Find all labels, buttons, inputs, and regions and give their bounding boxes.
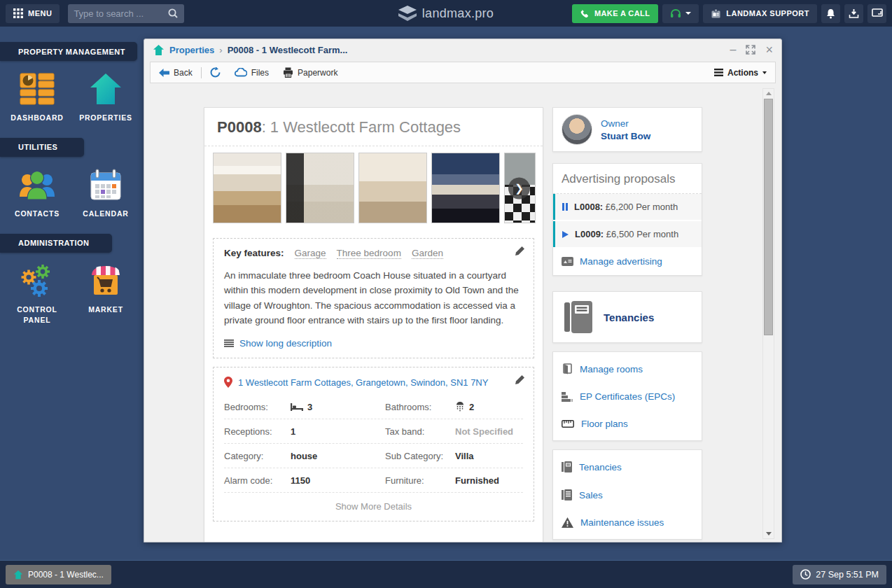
right-panel: Owner Stuart Bow Advertising proposals L… [552,107,702,542]
scrollbar-thumb[interactable] [764,99,773,335]
support-label: LANDMAX SUPPORT [726,9,809,18]
paperwork-button[interactable]: Paperwork [283,67,337,78]
vertical-scrollbar[interactable] [762,88,774,539]
play-icon [562,231,569,238]
property-title: P0008: 1 Westlecott Farm Cottages [217,118,530,136]
sales-link[interactable]: Sales [562,481,693,509]
owner-name-link[interactable]: Stuart Bow [601,131,650,141]
detail-value: house [291,451,385,461]
make-a-call-button[interactable]: MAKE A CALL [572,4,658,23]
warning-triangle-icon [562,517,573,528]
breadcrumb-current: P0008 - 1 Westlecott Farm... [228,45,348,55]
top-bar: MENU landmax.pro MAKE A CALL [0,0,892,27]
download-button[interactable] [844,4,863,23]
manage-advertising-link[interactable]: Manage advertising [553,248,702,275]
address-details-section: 1 Westlecott Farm Cottages, Grangetown, … [213,367,534,522]
window-titlebar: Properties › P0008 - 1 Westlecott Farm..… [144,39,781,60]
sidebar-item-properties[interactable]: PROPERTIES [71,71,140,124]
owner-card: Owner Stuart Bow [552,107,702,152]
detail-label: Category: [224,451,291,461]
search-input[interactable] [74,8,167,19]
photo-kitchen[interactable] [213,153,281,223]
shower-icon [455,402,465,412]
breadcrumb-properties[interactable]: Properties [169,45,214,55]
headset-button[interactable] [662,4,699,23]
detail-value: Villa [455,451,523,461]
sidebar-item-label: CONTACTS [15,209,60,220]
headset-icon [670,8,681,19]
files-label: Files [251,68,269,78]
feature-tag[interactable]: Garage [295,248,326,259]
landmax-support-button[interactable]: LANDMAX SUPPORT [703,4,817,23]
minimize-button[interactable]: – [730,44,737,55]
proposal-row-l0008[interactable]: L0008: £6,200 Per month [553,194,702,220]
window-toolbar: Back Files Paperwork Actions [150,62,776,83]
section-label: UTILITIES [18,143,57,151]
display-share-button[interactable] [867,4,886,23]
sidebar-section-utilities: UTILITIES [0,138,84,157]
sidebar-item-contacts[interactable]: CONTACTS [3,167,71,220]
phone-icon [580,9,590,18]
photo-exterior-dusk[interactable] [431,153,500,223]
menu-button[interactable]: MENU [6,4,60,23]
detail-label: Bedrooms: [224,402,291,412]
detail-value: 3 [307,402,312,412]
scroll-down-arrow[interactable] [766,532,772,536]
landmax-layers-icon [398,6,417,21]
show-more-details-button[interactable]: Show More Details [224,493,523,512]
taskbar-window-button[interactable]: P0008 - 1 Westlec... [6,565,111,584]
pause-icon [562,203,568,211]
floor-plans-link[interactable]: Floor plans [562,410,693,438]
logo-text: landmax.pro [422,6,494,21]
address-link[interactable]: 1 Westlecott Farm Cottages, Grangetown, … [238,377,488,388]
sidebar-item-control-panel[interactable]: CONTROL PANEL [3,262,71,327]
property-links-card: Manage rooms EP Certificates (EPCs) Floo… [552,351,702,441]
edit-pencil-icon[interactable] [515,374,525,385]
sidebar-item-dashboard[interactable]: DASHBOARD [3,71,71,124]
key-features-section: Key features: Garage Three bedroom Garde… [213,238,534,358]
proposal-code: L0009: [575,229,604,239]
section-label: PROPERTY MANAGEMENT [18,48,125,56]
ep-certificates-link[interactable]: EP Certificates (EPCs) [562,383,693,410]
manage-rooms-link[interactable]: Manage rooms [562,355,693,383]
back-arrow-icon [159,69,169,77]
sidebar-item-calendar[interactable]: CALENDAR [71,167,140,220]
show-long-description-link[interactable]: Show long description [239,338,332,349]
property-details-table: Bedrooms: 3 Bathrooms: 2 Receptions: [224,395,523,493]
map-pin-icon [224,377,232,388]
house-icon [153,44,165,56]
dashboard-icon [20,71,55,107]
scroll-up-arrow[interactable] [766,92,772,95]
actions-menu-button[interactable]: Actions [714,68,767,78]
feature-tag[interactable]: Garden [412,248,443,259]
maintenance-issues-link[interactable]: Maintenance issues [562,509,693,536]
sidebar-item-market[interactable]: MARKET [71,262,140,327]
owner-avatar[interactable] [562,114,592,145]
feature-tag[interactable]: Three bedroom [337,248,401,259]
search-icon[interactable] [167,8,179,19]
photo-lounge[interactable] [358,153,427,223]
tenancies-header-card[interactable]: Tenancies [552,291,702,343]
proposal-row-l0009[interactable]: L0009: £6,500 Per month [553,221,702,247]
edit-pencil-icon[interactable] [515,246,525,256]
back-button[interactable]: Back [159,68,193,78]
key-features-label: Key features: [224,248,284,258]
close-button[interactable]: × [765,43,773,56]
detail-value: Not Specified [455,426,523,437]
sidebar-item-label: CALENDAR [83,209,128,220]
make-a-call-label: MAKE A CALL [594,9,650,18]
section-label: ADMINISTRATION [18,239,90,247]
calendar-icon [89,167,123,203]
next-photo-button[interactable]: ❯ [508,177,530,199]
files-button[interactable]: Files [235,68,269,78]
door-icon [562,363,573,374]
property-title-suffix: : 1 Westlecott Farm Cottages [262,118,461,136]
taskbar-clock[interactable]: 27 Sep 5:51 PM [793,565,886,584]
maximize-icon[interactable] [746,45,755,55]
link-label: Maintenance issues [580,517,664,528]
refresh-button[interactable] [210,67,221,78]
photo-living-room[interactable] [286,153,354,223]
tenancies-link[interactable]: Tenancies [562,453,693,481]
hamburger-icon [714,69,723,76]
notifications-bell-button[interactable] [821,4,840,23]
